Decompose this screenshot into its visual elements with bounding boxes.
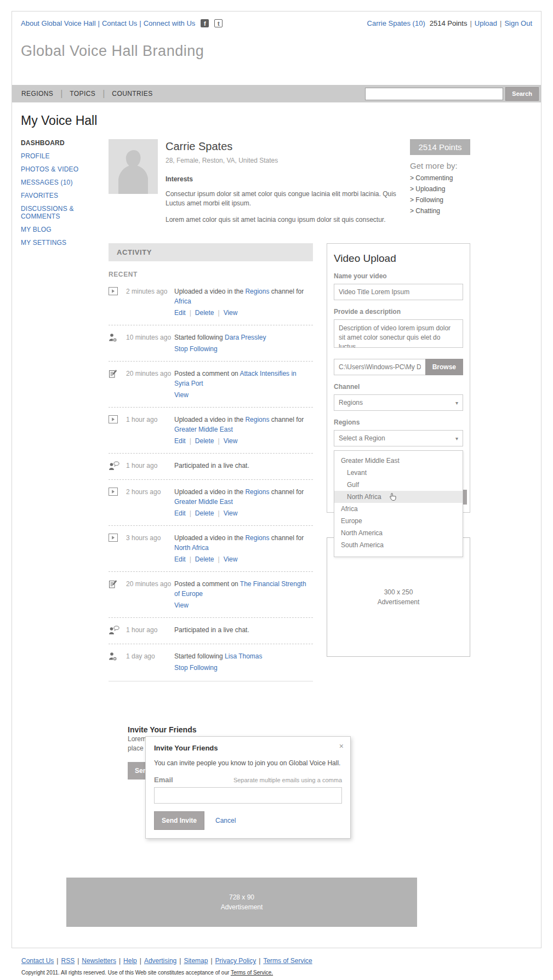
profile-name: Carrie Spates	[166, 140, 404, 153]
sidebar-item-my-blog[interactable]: MY BLOG	[21, 226, 109, 233]
activity-body: Uploaded a video in the Regions channel …	[174, 286, 313, 318]
region-option-levant[interactable]: Levant	[334, 467, 463, 479]
activity-item: 20 minutes agoPosted a comment on The Fi…	[109, 579, 313, 610]
separator: |	[218, 437, 220, 445]
activity-action-view[interactable]: View	[224, 555, 238, 563]
activity-link[interactable]: The Financial Strength of Europe	[174, 580, 306, 598]
activity-action-view[interactable]: View	[224, 437, 238, 445]
footer-link-privacy-policy[interactable]: Privacy Policy	[215, 957, 256, 965]
points-method: > Following	[410, 196, 470, 204]
activity-action-stop-following[interactable]: Stop Following	[174, 664, 218, 672]
topbar-link-about-global-voice-hall[interactable]: About Global Voice Hall	[21, 19, 96, 27]
footer-link-newsletters[interactable]: Newsletters	[82, 957, 116, 965]
send-invite-button[interactable]: Send Invite	[154, 811, 204, 830]
twitter-icon[interactable]: t	[214, 19, 223, 27]
activity-text: Posted a comment on Attack Intensifies i…	[174, 369, 313, 388]
activity-text: Uploaded a video in the Regions channel …	[174, 286, 313, 306]
activity-link[interactable]: Lisa Thomas	[225, 652, 262, 660]
activity-list: 2 minutes agoUploaded a video in the Reg…	[109, 286, 313, 673]
activity-link[interactable]: Greater Middle East	[174, 426, 233, 433]
activity-action-view[interactable]: View	[174, 601, 189, 609]
sidebar-item-favorites[interactable]: FAVORITES	[21, 192, 109, 199]
video-description-textarea[interactable]: Description of video lorem ipsum dolor s…	[334, 319, 463, 348]
dashed-divider	[109, 361, 313, 362]
search-button[interactable]: Search	[505, 87, 539, 101]
activity-action-edit[interactable]: Edit	[174, 309, 186, 317]
activity-action-view[interactable]: View	[224, 509, 238, 517]
activity-action-view[interactable]: View	[174, 391, 189, 399]
cancel-link[interactable]: Cancel	[215, 817, 236, 824]
footer-link-terms-of-service[interactable]: Terms of Service	[263, 957, 312, 965]
points-method: > Uploading	[410, 185, 470, 193]
activity-link[interactable]: Regions	[245, 488, 269, 496]
activity-action-stop-following[interactable]: Stop Following	[174, 345, 218, 353]
topbar-link-contact-us[interactable]: Contact Us	[102, 19, 137, 27]
nav-item-topics[interactable]: TOPICS	[62, 90, 102, 98]
activity-action-edit[interactable]: Edit	[174, 437, 186, 445]
region-option-africa[interactable]: Africa	[334, 503, 463, 515]
terms-link[interactable]: Terms of Service.	[231, 970, 273, 976]
interests-text: Lorem amet color quis sit amet lacinia c…	[166, 215, 404, 225]
upload-link[interactable]: Upload	[475, 19, 497, 27]
file-path-input[interactable]	[334, 359, 425, 375]
activity-body: Started following Dara PressleyStop Foll…	[174, 333, 313, 354]
sidebar-item-messages-10[interactable]: MESSAGES (10)	[21, 179, 109, 186]
footer-link-advertising[interactable]: Advertising	[144, 957, 176, 965]
chat-icon	[109, 461, 126, 472]
activity-action-view[interactable]: View	[224, 309, 238, 317]
regions-select[interactable]: Select a Region ▾	[334, 430, 463, 446]
activity-action-delete[interactable]: Delete	[195, 509, 214, 517]
cursor-icon	[389, 492, 397, 503]
region-option-gulf[interactable]: Gulf	[334, 479, 463, 491]
activity-link[interactable]: Regions	[245, 534, 269, 542]
nav-item-countries[interactable]: COUNTRIES	[105, 90, 159, 98]
activity-link[interactable]: Greater Middle East	[174, 498, 233, 506]
browse-button[interactable]: Browse	[425, 359, 463, 375]
activity-action-delete[interactable]: Delete	[195, 437, 214, 445]
footer-link-help[interactable]: Help	[123, 957, 137, 965]
ad-size-text: 728 x 90	[229, 892, 254, 902]
close-icon[interactable]: ×	[339, 742, 344, 750]
activity-text: Uploaded a video in the Regions channel …	[174, 415, 313, 434]
sidebar-item-dashboard[interactable]: DASHBOARD	[21, 139, 109, 147]
invite-section: Invite Your Friends Lorem place Send Inv…	[109, 725, 470, 835]
region-option-europe[interactable]: Europe	[334, 515, 463, 527]
activity-action-delete[interactable]: Delete	[195, 309, 214, 317]
activity-item: 1 day agoStarted following Lisa ThomasSt…	[109, 651, 313, 673]
footer-link-sitemap[interactable]: Sitemap	[184, 957, 208, 965]
separator: |	[119, 957, 121, 965]
facebook-icon[interactable]: f	[201, 19, 209, 27]
footer-link-contact-us[interactable]: Contact Us	[21, 957, 54, 965]
footer-link-rss[interactable]: RSS	[61, 957, 75, 965]
activity-link[interactable]: Regions	[245, 416, 269, 423]
navbar-items: REGIONS|TOPICS|COUNTRIES	[14, 89, 160, 99]
signout-link[interactable]: Sign Out	[504, 19, 532, 27]
region-option-greater-middle-east[interactable]: Greater Middle East	[334, 455, 463, 467]
video-title-input[interactable]	[334, 284, 463, 300]
search-input[interactable]	[365, 88, 503, 100]
sidebar-item-photos-video[interactable]: PHOTOS & VIDEO	[21, 165, 109, 173]
region-option-north-africa[interactable]: North Africa	[334, 491, 463, 503]
video-description-label: Provide a description	[334, 308, 463, 316]
activity-text: Started following Lisa Thomas	[174, 651, 313, 661]
region-option-north-america[interactable]: North America	[334, 527, 463, 539]
user-profile-link[interactable]: Carrie Spates (10)	[367, 19, 425, 27]
topbar-link-connect-with-us[interactable]: Connect with Us	[144, 19, 196, 27]
sidebar-item-my-settings[interactable]: MY SETTINGS	[21, 239, 109, 247]
activity-link[interactable]: North Africa	[174, 544, 209, 552]
activity-link[interactable]: Africa	[174, 297, 191, 305]
nav-item-regions[interactable]: REGIONS	[14, 90, 60, 98]
play-icon	[109, 286, 126, 318]
activity-action-edit[interactable]: Edit	[174, 555, 186, 563]
activity-action-edit[interactable]: Edit	[174, 509, 186, 517]
sidebar-item-discussions-comments[interactable]: DISCUSSIONS & COMMENTS	[21, 205, 109, 220]
region-option-south-america[interactable]: South America	[334, 539, 463, 551]
sidebar-item-profile[interactable]: PROFILE	[21, 152, 109, 160]
channel-select[interactable]: Regions ▾	[334, 394, 463, 411]
activity-action-delete[interactable]: Delete	[195, 555, 214, 563]
activity-link[interactable]: Regions	[245, 288, 269, 295]
activity-item: 1 hour agoParticipated in a live chat.	[109, 461, 313, 472]
activity-link[interactable]: Dara Pressley	[225, 334, 266, 341]
email-input[interactable]	[154, 787, 342, 804]
activity-link[interactable]: Attack Intensifies in Syria Port	[174, 370, 297, 387]
